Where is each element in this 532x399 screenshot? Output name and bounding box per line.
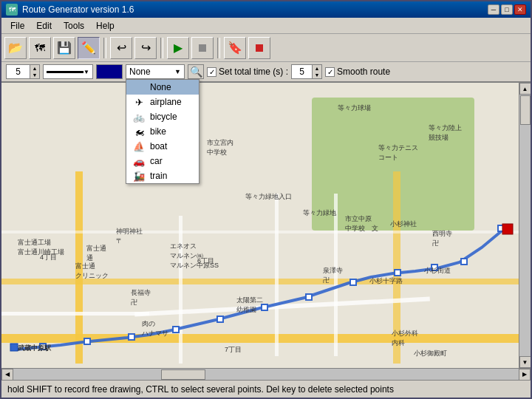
line-style-dropdown[interactable]: ▼ bbox=[43, 64, 93, 79]
map-container[interactable]: 等々力球場 市立宮内中学校 等々力テニスコート 等々力陸上競技場 等々力緑地入口… bbox=[1, 83, 519, 368]
map-and-scroll: 等々力球場 市立宮内中学校 等々力テニスコート 等々力陸上競技場 等々力緑地入口… bbox=[1, 83, 531, 368]
destination-marker bbox=[502, 224, 513, 234]
stop-button[interactable]: ⏹ bbox=[191, 37, 214, 59]
transport-option-none[interactable]: None bbox=[126, 80, 199, 95]
scroll-left-button[interactable]: ◀ bbox=[1, 369, 13, 381]
menu-tools[interactable]: Tools bbox=[58, 19, 90, 33]
label-4chome: 4丁目 bbox=[40, 253, 57, 262]
play-button[interactable]: ▶ bbox=[167, 37, 189, 59]
app-icon: 🗺 bbox=[6, 4, 18, 16]
label-shrine: 小杉神社 bbox=[390, 219, 417, 229]
color-picker[interactable] bbox=[96, 64, 123, 79]
transport-option-train-label: train bbox=[150, 171, 167, 181]
waypoint-7 bbox=[217, 316, 223, 322]
set-total-time-label: ✓ Set total time (s) : bbox=[207, 66, 288, 77]
line-style-arrow: ▼ bbox=[83, 69, 89, 75]
maximize-button[interactable]: □ bbox=[501, 4, 513, 15]
save-button[interactable]: 💾 bbox=[53, 37, 75, 59]
transport-option-train[interactable]: 🚂 train bbox=[126, 168, 199, 183]
menu-bar: File Edit Tools Help bbox=[1, 18, 531, 34]
spin-down-button[interactable]: ▼ bbox=[30, 72, 39, 78]
transport-option-boat[interactable]: ⛵ boat bbox=[126, 139, 199, 154]
total-time-spin-down[interactable]: ▼ bbox=[313, 72, 321, 78]
map-button[interactable]: 🗺 bbox=[29, 37, 51, 59]
boat-icon: ⛵ bbox=[132, 141, 146, 151]
transport-dropdown[interactable]: None ▼ bbox=[126, 64, 185, 79]
toolbar-separator-2 bbox=[160, 38, 163, 58]
label-kosugi-cross: 小杉十字路 bbox=[369, 276, 403, 286]
transport-option-bike-label: bike bbox=[150, 126, 166, 137]
redo-button[interactable]: ↪ bbox=[134, 37, 157, 59]
label-kosugi-hosp: 小杉外科内科 bbox=[392, 329, 418, 348]
label-hanamasa: 肉のハナマサ bbox=[142, 319, 168, 338]
line-preview bbox=[47, 71, 83, 73]
label-track: 等々力陸上競技場 bbox=[429, 123, 462, 143]
label-kosugi-road: 小杉街道 bbox=[424, 266, 451, 276]
transport-option-airplane[interactable]: ✈ airplane bbox=[126, 95, 199, 109]
line-width-spinner: 5 ▲ ▼ bbox=[6, 64, 40, 79]
menu-file[interactable]: File bbox=[4, 19, 30, 33]
scroll-thumb-h[interactable] bbox=[161, 369, 205, 380]
menu-help[interactable]: Help bbox=[90, 19, 120, 33]
undo-button[interactable]: ↩ bbox=[110, 37, 132, 59]
dropdown-arrow-icon: ▼ bbox=[174, 68, 181, 75]
waypoint-8 bbox=[173, 327, 179, 332]
transport-option-bike[interactable]: 🏍 bike bbox=[126, 124, 199, 139]
waypoint-4 bbox=[350, 279, 356, 285]
bookmark-button[interactable]: 🔖 bbox=[224, 37, 246, 59]
controls-bar: 5 ▲ ▼ ▼ None ▼ None bbox=[1, 62, 531, 83]
label-kosugi-goten: 小杉御殿町 bbox=[414, 349, 447, 358]
waypoint-1 bbox=[461, 259, 467, 265]
transport-selected: None bbox=[129, 66, 151, 77]
waypoint-5 bbox=[306, 294, 312, 300]
minimize-button[interactable]: ─ bbox=[488, 4, 499, 15]
status-bar: hold SHIFT to record free drawing, CTRL … bbox=[1, 380, 531, 398]
car-icon: 🚗 bbox=[132, 156, 146, 166]
eyedropper-button[interactable]: 🔍 bbox=[188, 64, 204, 79]
scroll-track-v bbox=[519, 95, 531, 356]
transport-option-car-label: car bbox=[150, 156, 163, 166]
total-time-spinner: ▲ ▼ bbox=[291, 64, 322, 79]
set-total-time-checkbox[interactable]: ✓ bbox=[207, 67, 216, 77]
toolbar-separator-1 bbox=[103, 38, 106, 58]
spin-arrows: ▲ ▼ bbox=[30, 64, 40, 79]
transport-option-none-label: None bbox=[150, 82, 171, 92]
scroll-up-button[interactable]: ▲ bbox=[519, 83, 531, 95]
label-taiyou: 太陽第二幼稚園 bbox=[236, 296, 263, 315]
label-musashi-nakahara: 武蔵中原駅 bbox=[18, 344, 51, 353]
stop2-button[interactable]: ⏹ bbox=[248, 37, 270, 59]
status-text: hold SHIFT to record free drawing, CTRL … bbox=[7, 384, 394, 395]
toolbar: 📂 🗺 💾 ✏️ ↩ ↪ ▶ ⏹ 🔖 ⏹ bbox=[1, 34, 531, 62]
label-temple: 西明寺卍 bbox=[432, 229, 452, 248]
label-park-ent: 等々力緑地入口 bbox=[245, 192, 292, 202]
open-button[interactable]: 📂 bbox=[4, 37, 27, 59]
label-chofukuji: 長福寺卍 bbox=[131, 288, 151, 307]
transport-option-airplane-label: airplane bbox=[150, 97, 182, 107]
bicycle-icon: 🚲 bbox=[132, 112, 146, 122]
start-marker bbox=[10, 344, 18, 351]
transport-option-bicycle[interactable]: 🚲 bicycle bbox=[126, 109, 199, 124]
horizontal-scrollbar: ◀ ▶ bbox=[1, 368, 531, 380]
toolbar-separator-3 bbox=[217, 38, 220, 58]
scroll-thumb-v[interactable] bbox=[520, 95, 531, 125]
label-7chome: 7丁目 bbox=[225, 345, 242, 355]
none-icon bbox=[132, 82, 146, 92]
smooth-route-text: Smooth route bbox=[337, 66, 390, 77]
total-time-spin-up[interactable]: ▲ bbox=[313, 65, 321, 72]
smooth-route-checkbox[interactable]: ✓ bbox=[325, 67, 335, 77]
app-title: Route Generator version 1.6 bbox=[22, 4, 134, 15]
total-time-input[interactable] bbox=[291, 64, 312, 79]
label-sensoji: 泉澤寺卍 bbox=[323, 266, 343, 285]
transport-menu: None ✈ airplane 🚲 bicycle 🏍 bike ⛵ boat bbox=[126, 79, 200, 184]
transport-option-car[interactable]: 🚗 car bbox=[126, 154, 199, 168]
scroll-right-button[interactable]: ▶ bbox=[519, 369, 531, 381]
transport-option-bicycle-label: bicycle bbox=[150, 112, 177, 122]
line-width-input[interactable]: 5 bbox=[6, 64, 30, 79]
close-button[interactable]: ✕ bbox=[514, 4, 526, 15]
spin-up-button[interactable]: ▲ bbox=[30, 65, 39, 72]
scroll-down-button[interactable]: ▼ bbox=[519, 356, 531, 368]
label-clinic: 富士通クリニック bbox=[75, 262, 109, 281]
label-6chome: 6丁目 bbox=[197, 256, 214, 266]
menu-edit[interactable]: Edit bbox=[30, 19, 58, 33]
draw-button[interactable]: ✏️ bbox=[78, 37, 100, 59]
